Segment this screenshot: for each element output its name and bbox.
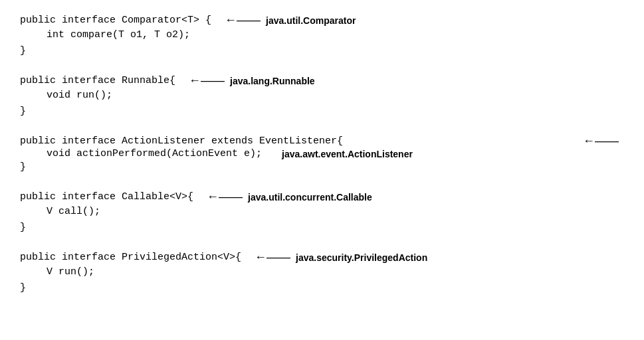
privilegedaction-code-line1: public interface PrivilegedAction<V>{: [20, 252, 241, 263]
comparator-line3: }: [20, 43, 624, 59]
privilegedaction-arrow-icon: ←——: [255, 250, 290, 264]
actionlistener-annotation-label: java.awt.event.ActionListener: [282, 149, 413, 159]
actionlistener-section: public interface ActionListener extends …: [20, 134, 624, 175]
comparator-code-line2: int compare(T o1, T o2);: [47, 27, 190, 43]
callable-line2: V call();: [47, 204, 624, 220]
comparator-code-line1: public interface Comparator<T> {: [20, 15, 211, 26]
callable-closing-brace: }: [20, 220, 26, 236]
comparator-closing-brace: }: [20, 43, 26, 59]
comparator-line1: public interface Comparator<T> { ←—— jav…: [20, 13, 624, 27]
privilegedaction-closing-brace: }: [20, 280, 26, 296]
actionlistener-code-line2: void actionPerformed(ActionEvent e);: [47, 148, 262, 159]
actionlistener-closing-brace: }: [20, 159, 26, 175]
actionlistener-arrow-icon: ←——: [583, 134, 619, 148]
actionlistener-code-line1: public interface ActionListener extends …: [20, 135, 343, 147]
runnable-line3: }: [20, 104, 624, 120]
privilegedaction-line1: public interface PrivilegedAction<V>{ ←—…: [20, 250, 624, 264]
privilegedaction-code-line2: V run();: [47, 264, 94, 280]
runnable-closing-brace: }: [20, 104, 26, 120]
actionlistener-line3: }: [20, 159, 624, 175]
comparator-arrow-icon: ←——: [225, 13, 261, 27]
comparator-annotation-container: ←—— java.util.Comparator: [225, 13, 356, 27]
actionlistener-line2: void actionPerformed(ActionEvent e); jav…: [20, 148, 624, 159]
runnable-line1: public interface Runnable{ ←—— java.lang…: [20, 74, 624, 88]
comparator-annotation-label: java.util.Comparator: [266, 15, 356, 26]
runnable-code-line1: public interface Runnable{: [20, 75, 175, 86]
actionlistener-line1: public interface ActionListener extends …: [20, 134, 624, 148]
callable-line3: }: [20, 220, 624, 236]
runnable-code-line2: void run();: [47, 88, 112, 104]
runnable-line2: void run();: [47, 88, 624, 104]
actionlistener-arrow-container: ←——: [570, 134, 624, 148]
callable-annotation-container: ←—— java.util.concurrent.Callable: [207, 190, 372, 204]
runnable-annotation-container: ←—— java.lang.Runnable: [189, 74, 315, 88]
runnable-arrow-icon: ←——: [189, 74, 225, 88]
comparator-line2: int compare(T o1, T o2);: [47, 27, 624, 43]
callable-line1: public interface Callable<V>{ ←—— java.u…: [20, 190, 624, 204]
comparator-section: public interface Comparator<T> { ←—— jav…: [20, 13, 624, 59]
callable-arrow-icon: ←——: [207, 190, 243, 204]
privilegedaction-annotation-label: java.security.PrivilegedAction: [296, 252, 427, 263]
runnable-section: public interface Runnable{ ←—— java.lang…: [20, 74, 624, 120]
privilegedaction-annotation-container: ←—— java.security.PrivilegedAction: [255, 250, 427, 264]
runnable-annotation-label: java.lang.Runnable: [230, 76, 315, 86]
actionlistener-annotation-container: java.awt.event.ActionListener: [282, 149, 413, 159]
callable-code-line1: public interface Callable<V>{: [20, 191, 193, 203]
callable-annotation-label: java.util.concurrent.Callable: [248, 192, 372, 203]
callable-section: public interface Callable<V>{ ←—— java.u…: [20, 190, 624, 236]
privilegedaction-line3: }: [20, 280, 624, 296]
callable-code-line2: V call();: [47, 204, 100, 220]
privilegedaction-section: public interface PrivilegedAction<V>{ ←—…: [20, 250, 624, 296]
privilegedaction-line2: V run();: [47, 264, 624, 280]
